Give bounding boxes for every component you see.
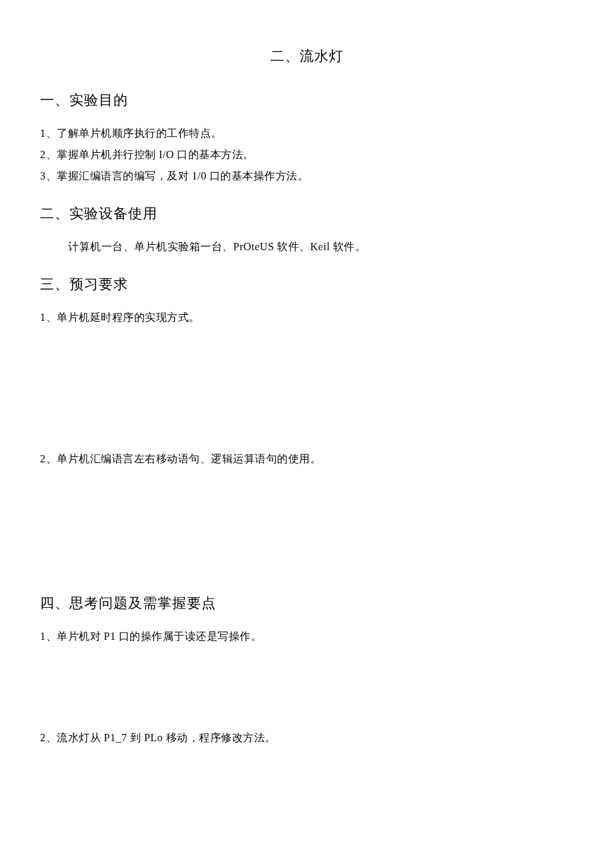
document-page: 二、流水灯 一、实验目的 1、了解单片机顺序执行的工作特点。 2、掌握单片机并行… (0, 0, 614, 789)
section4-item-2: 2、流水灯从 P1_7 到 PLo 移动，程序修改方法。 (40, 727, 574, 749)
section3-item-2: 2、单片机汇编语言左右移动语句、逻辑运算语句的使用。 (40, 448, 574, 470)
blank-space (40, 470, 574, 576)
section-heading-3: 三、预习要求 (40, 275, 574, 294)
section-heading-1: 一、实验目的 (40, 91, 574, 109)
section-heading-2: 二、实验设备使用 (40, 204, 574, 223)
section4-item-1: 1、单片机对 P1 口的操作属于读还是写操作。 (40, 626, 574, 647)
section1-item-1: 1、了解单片机顺序执行的工作特点。 (40, 123, 574, 144)
section1-item-3: 3、掌握汇编语言的编写，及对 1/0 口的基本操作方法。 (40, 165, 574, 187)
blank-space (40, 328, 574, 448)
blank-space (40, 647, 574, 727)
document-title: 二、流水灯 (40, 47, 574, 65)
section1-item-2: 2、掌握单片机并行控制 I/O 口的基本方法。 (40, 144, 574, 165)
section3-item-1: 1、单片机延时程序的实现方式。 (40, 307, 574, 328)
section-heading-4: 四、思考问题及需掌握要点 (40, 594, 574, 612)
section2-body: 计算机一台、单片机实验箱一台、PrOteUS 软件、Keil 软件。 (40, 236, 574, 258)
